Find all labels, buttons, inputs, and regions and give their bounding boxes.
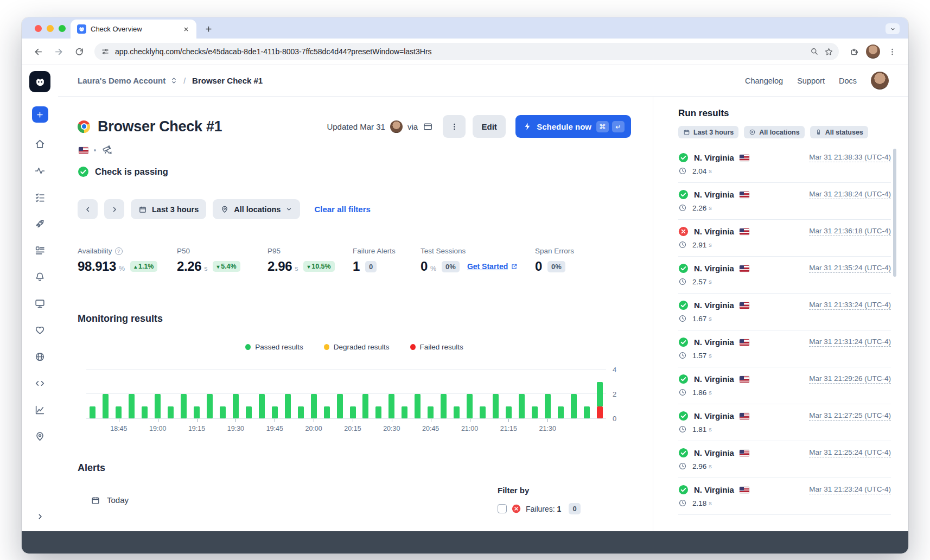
run-result-item[interactable]: N. Virginia Mar 31 21:38:33 (UTC-4) 2.04… [678,146,891,183]
breadcrumb-account[interactable]: Laura's Demo Account [78,76,165,85]
chart-bar[interactable] [99,370,112,418]
user-avatar[interactable] [871,72,889,90]
failures-checkbox[interactable] [498,504,507,513]
browser-tab[interactable]: Check Overview [71,20,196,39]
run-timestamp-link[interactable]: Mar 31 21:33:24 (UTC-4) [809,301,891,310]
browser-profile-avatar[interactable] [866,44,880,59]
chart-bar[interactable] [281,370,294,418]
sidebar-heartbeats-icon[interactable] [31,321,49,339]
chart-bar[interactable] [190,370,203,418]
updated-by-avatar[interactable] [390,120,403,133]
schedule-now-button[interactable]: Schedule now ⌘ ↵ [515,115,631,138]
minimize-window-button[interactable] [47,25,54,32]
run-result-item[interactable]: N. Virginia Mar 31 21:38:24 (UTC-4) 2.26… [678,183,891,220]
back-icon[interactable] [29,43,47,60]
sidebar-collapse-chevron-icon[interactable] [31,507,49,526]
url-text[interactable]: app.checklyhq.com/checks/e45dacab-8de1-4… [115,47,805,56]
run-timestamp-link[interactable]: Mar 31 21:29:26 (UTC-4) [809,374,891,384]
clear-all-filters-link[interactable]: Clear all filters [314,205,370,214]
edit-button[interactable]: Edit [473,115,506,138]
run-filter-time-badge[interactable]: Last 3 hours [678,126,738,138]
sidebar-locations-pin-icon[interactable] [31,427,49,446]
chart-bar[interactable] [294,370,307,418]
reload-icon[interactable] [71,43,88,60]
nav-link-docs[interactable]: Docs [839,77,857,85]
chart-bar[interactable] [242,370,255,418]
chart-bar[interactable] [372,370,385,418]
chart-bar[interactable] [346,370,359,418]
zoom-window-button[interactable] [59,25,66,32]
bookmark-star-icon[interactable] [824,47,833,56]
check-menu-kebab-button[interactable] [443,115,466,138]
zoom-page-icon[interactable] [810,47,819,56]
run-timestamp-link[interactable]: Mar 31 21:35:24 (UTC-4) [809,264,891,273]
chart-bar[interactable] [515,370,528,418]
chart-bar[interactable] [320,370,333,418]
run-result-item[interactable]: N. Virginia Mar 31 21:23:24 (UTC-4) 2.18… [678,478,891,515]
chart-bar[interactable] [398,370,411,418]
sidebar-home-icon[interactable] [31,135,49,153]
run-timestamp-link[interactable]: Mar 31 21:27:25 (UTC-4) [809,411,891,421]
run-result-item[interactable]: N. Virginia Mar 31 21:29:26 (UTC-4) 1.86… [678,367,891,404]
extensions-puzzle-icon[interactable] [845,43,863,60]
run-timestamp-link[interactable]: Mar 31 21:23:24 (UTC-4) [809,485,891,494]
chart-bar[interactable] [567,370,580,418]
run-timestamp-link[interactable]: Mar 31 21:38:24 (UTC-4) [809,190,891,199]
chart-bar[interactable] [450,370,463,418]
previous-range-button[interactable] [78,199,98,219]
chart-bar[interactable] [125,370,138,418]
sidebar-monitoring-icon[interactable] [31,161,49,180]
get-started-link[interactable]: Get Started [467,262,518,271]
run-result-item[interactable]: N. Virginia Mar 31 21:35:24 (UTC-4) 2.57… [678,257,891,294]
chart-bar[interactable] [424,370,437,418]
sidebar-logs-icon[interactable] [31,241,49,259]
run-result-item[interactable]: N. Virginia Mar 31 21:36:18 (UTC-4) 2.91… [678,220,891,257]
run-results-scrollbar[interactable] [893,149,896,277]
create-new-button[interactable] [32,106,48,123]
sidebar-snippets-code-icon[interactable] [31,374,49,392]
run-result-item[interactable]: N. Virginia Mar 31 21:25:24 (UTC-4) 2.96… [678,441,891,478]
sidebar-alerts-bell-icon[interactable] [31,268,49,286]
chart-bar[interactable] [164,370,177,418]
chart-bar[interactable] [307,370,320,418]
chart-bar[interactable] [359,370,372,418]
chart-bar[interactable] [151,370,164,418]
run-filter-locations-badge[interactable]: All locations [744,126,804,138]
run-result-item[interactable]: N. Virginia Mar 31 21:27:25 (UTC-4) 1.81… [678,404,891,441]
time-range-filter-button[interactable]: Last 3 hours [131,199,206,219]
chart-bar[interactable] [203,370,216,418]
sidebar-rocket-icon[interactable] [31,214,49,233]
run-timestamp-link[interactable]: Mar 31 21:38:33 (UTC-4) [809,153,891,162]
chart-bar[interactable] [385,370,398,418]
chart-bar[interactable] [541,370,554,418]
chart-bar[interactable] [528,370,541,418]
tab-close-icon[interactable] [181,24,191,34]
chart-bar[interactable] [593,370,606,418]
forward-icon[interactable] [50,43,67,60]
url-bar[interactable]: app.checklyhq.com/checks/e45dacab-8de1-4… [94,43,839,60]
help-icon[interactable]: ? [115,247,123,255]
chart-bar[interactable] [580,370,593,418]
chart-bar[interactable] [255,370,268,418]
run-filter-statuses-badge[interactable]: All statuses [810,126,868,138]
new-tab-button[interactable] [201,21,216,36]
run-timestamp-link[interactable]: Mar 31 21:31:24 (UTC-4) [809,338,891,347]
checkly-logo[interactable] [29,71,50,92]
chart-bar[interactable] [489,370,502,418]
chart-bar[interactable] [268,370,281,418]
nav-link-support[interactable]: Support [797,77,825,85]
chart-bar[interactable] [476,370,489,418]
chart-bar[interactable] [554,370,567,418]
tab-search-chevron-icon[interactable] [886,23,900,34]
browser-menu-kebab-icon[interactable] [883,43,901,60]
run-result-item[interactable]: N. Virginia Mar 31 21:31:24 (UTC-4) 1.57… [678,330,891,367]
sidebar-status-page-icon[interactable] [31,294,49,313]
run-result-item[interactable]: N. Virginia Mar 31 21:33:24 (UTC-4) 1.67… [678,294,891,330]
chart-bar[interactable] [437,370,450,418]
run-timestamp-link[interactable]: Mar 31 21:25:24 (UTC-4) [809,448,891,457]
chart-bar[interactable] [138,370,151,418]
chart-bar[interactable] [177,370,190,418]
sidebar-private-locations-globe-icon[interactable] [31,347,49,366]
chart-bar[interactable] [463,370,476,418]
close-window-button[interactable] [35,25,42,32]
